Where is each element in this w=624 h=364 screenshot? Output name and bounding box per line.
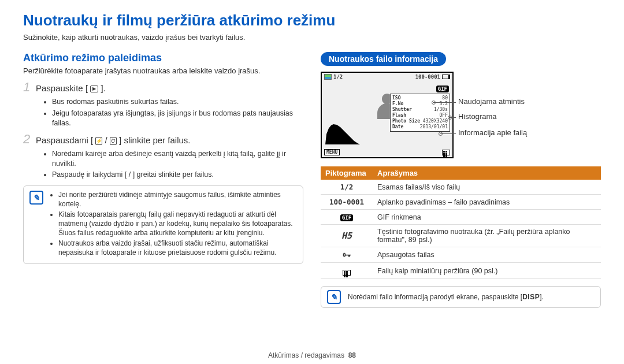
step1-text-post: ].	[101, 83, 105, 93]
flash-icon: ⚡	[95, 137, 102, 145]
page-title: Nuotraukų ir filmų peržiūra atkūrimo rež…	[23, 12, 601, 29]
table-row: GIF GIF rinkmena	[321, 210, 601, 225]
list-item: Norėdami kairėje arba dešinėje esantį va…	[52, 149, 303, 169]
table-row: Failų kaip miniatiūrų peržiūra (90 psl.)	[321, 263, 601, 279]
gif-icon: GIF	[340, 214, 353, 221]
pill-heading: Nuotraukos failo informacija	[321, 52, 446, 66]
folder-file-name: 100-0001	[415, 74, 440, 80]
step1-text-pre: Paspauskite [	[36, 83, 88, 93]
desc-cell: Apsaugotas failas	[373, 247, 601, 263]
right-column: Nuotraukos failo informacija 1/2 100-000…	[321, 52, 601, 308]
list-item: Jeigu fotoaparatas yra išjungtas, jis įs…	[52, 109, 303, 128]
step2-mid: /	[105, 135, 107, 145]
playback-icon: ▶	[90, 86, 98, 92]
step2-post: ] slinkite per failus.	[119, 135, 190, 145]
table-row: 1/2 Esamas failas/Iš viso failų	[321, 180, 601, 195]
step-number: 1	[23, 81, 36, 94]
lcd-screen: 1/2 100-0001 GIF 🗝 ISO80 F.No3.2	[321, 72, 454, 158]
icon-cell	[321, 263, 373, 279]
step-number: 2	[23, 133, 36, 146]
gif-badge-icon: GIF	[436, 86, 449, 92]
file-info-panel: ISO80 F.No3.2 Shutter1/30s FlashOFF Phot…	[390, 94, 450, 132]
page-number: 88	[348, 351, 356, 359]
icon-cell: 🗝	[321, 247, 373, 263]
desc-cell: Failų kaip miniatiūrų peržiūra (90 psl.)	[373, 263, 601, 279]
desc-cell: Tęstinio fotografavimo nuotrauka (žr. „F…	[373, 225, 601, 247]
scenery-icon	[324, 74, 332, 80]
desc-cell: Aplanko pavadinimas – failo pavadinimas	[373, 195, 601, 210]
desc-cell: Esamas failas/Iš viso failų	[373, 180, 601, 195]
callout-item: Jei norite peržiūrėti vidinėje atmintyje…	[58, 191, 297, 209]
icon-cell: GIF	[321, 210, 373, 225]
icon-cell: H5	[321, 225, 373, 247]
histogram-icon	[325, 122, 360, 144]
lock-icon: 🗝	[343, 250, 351, 259]
step2-bullets: Norėdami kairėje arba dešinėje esantį va…	[52, 149, 303, 180]
timer-icon: ⏱	[110, 137, 117, 145]
info-icon: ✎	[29, 191, 43, 205]
burst-icon: H5	[341, 231, 352, 241]
leader-histogram: Histograma	[458, 112, 603, 121]
left-column: Atkūrimo režimo paleidimas Peržiūrėkite …	[23, 52, 303, 308]
step2-pre: Paspausdami [	[36, 135, 93, 145]
page-footer: Atkūrimas / redagavimas 88	[0, 351, 624, 359]
icon-cell: 100-0001	[321, 195, 373, 210]
thumbnail-icon	[343, 270, 351, 276]
step-2: 2 Paspausdami [ ⚡ / ⏱ ] slinkite per fai…	[23, 133, 303, 146]
list-item: Bus rodomas paskutinis sukurtas failas.	[52, 97, 303, 107]
table-row: 🗝 Apsaugotas failas	[321, 247, 601, 263]
table-header-icon: Piktograma	[321, 166, 373, 180]
disp-key-label: DISP	[522, 293, 540, 301]
leader-memory: Naudojama atmintis	[458, 97, 603, 106]
lcd-diagram: 1/2 100-0001 GIF 🗝 ISO80 F.No3.2	[321, 72, 601, 158]
info-icon: ✎	[327, 290, 341, 304]
table-header-desc: Aprašymas	[373, 166, 601, 180]
thumbnail-grid-icon	[442, 150, 450, 155]
info-callout: ✎ Jei norite peržiūrėti vidinėje atminty…	[23, 185, 303, 264]
page-subtitle: Sužinokite, kaip atkurti nuotraukas, vai…	[23, 33, 601, 42]
callout-item: Kitais fotoaparatais parengtų failų gali…	[58, 210, 297, 237]
icon-description-table: Piktograma Aprašymas 1/2 Esamas failas/I…	[321, 166, 601, 279]
list-item: Paspaudę ir laikydami [ / ] greitai slin…	[52, 170, 303, 180]
menu-button: MENU	[324, 149, 340, 155]
callout-item: Nuotraukos arba vaizdo įrašai, užfiksuot…	[58, 239, 297, 257]
desc-cell: GIF rinkmena	[373, 210, 601, 225]
section-heading: Atkūrimo režimo paleidimas	[23, 52, 303, 64]
leader-fileinfo: Informacija apie failą	[458, 128, 603, 137]
table-row: 100-0001 Aplanko pavadinimas – failo pav…	[321, 195, 601, 210]
battery-icon	[442, 75, 450, 79]
callout-text-end: ].	[540, 293, 544, 301]
step-1: 1 Paspauskite [ ▶ ].	[23, 81, 303, 94]
icon-cell: 1/2	[321, 180, 373, 195]
file-counter: 1/2	[333, 74, 343, 80]
section-sub: Peržiūrėkite fotoaparate įrašytas nuotra…	[23, 66, 303, 75]
callout-text: Norėdami failo informaciją parodyti ekra…	[348, 293, 522, 301]
table-row: H5 Tęstinio fotografavimo nuotrauka (žr.…	[321, 225, 601, 247]
footer-section: Atkūrimas / redagavimas	[268, 351, 344, 359]
bottom-callout: ✎ Norėdami failo informaciją parodyti ek…	[321, 286, 601, 308]
step1-bullets: Bus rodomas paskutinis sukurtas failas. …	[52, 97, 303, 128]
